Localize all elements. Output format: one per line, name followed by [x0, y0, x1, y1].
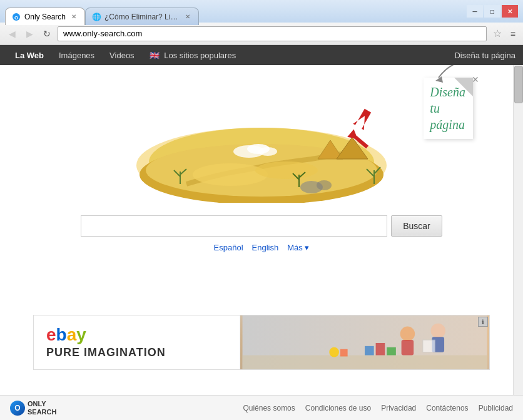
svg-rect-32 [387, 347, 396, 356]
ad-info-button[interactable]: ℹ [478, 317, 488, 327]
nav-la-web[interactable]: La Web [8, 47, 51, 64]
scrollbar-thumb[interactable] [514, 66, 523, 103]
ad-image: ℹ [240, 315, 489, 369]
forward-button[interactable]: ▶ [23, 27, 36, 41]
curved-arrow-icon [417, 65, 467, 84]
browser-menu-icon[interactable]: ≡ [508, 29, 518, 39]
language-links: Español English Más ▾ [214, 243, 310, 252]
nav-imagenes[interactable]: Imágenes [51, 47, 102, 64]
svg-rect-30 [365, 346, 374, 356]
scrollbar[interactable] [513, 65, 523, 395]
tab-close-como-eliminar[interactable]: ✕ [183, 13, 192, 21]
ad-right-section: ℹ [240, 315, 489, 369]
lang-more[interactable]: Más ▾ [287, 243, 309, 252]
main-content: Diseñatupágina ✕ Buscar Español English … [0, 65, 523, 395]
lang-english[interactable]: English [252, 243, 279, 252]
tab-label-como-eliminar: ¿Cómo Eliminar? Limpiar... [104, 13, 180, 21]
tab-favicon-como-eliminar: 🌐 [92, 13, 101, 21]
svg-point-38 [329, 347, 339, 357]
svg-point-9 [255, 161, 318, 179]
svg-point-12 [258, 147, 277, 156]
footer-quienes-somos[interactable]: Quiénes somos [243, 404, 295, 412]
footer-logo: O ONLYSEARCH [10, 400, 56, 415]
nav-disena-tu-pagina[interactable]: Diseña tu página [454, 51, 515, 60]
footer-logo-text: ONLYSEARCH [28, 400, 56, 415]
footer-links: Quiénes somos Condiciones de uso Privaci… [243, 404, 513, 412]
ad-image-svg [240, 315, 489, 369]
tab-como-eliminar[interactable]: 🌐 ¿Cómo Eliminar? Limpiar... ✕ [85, 8, 199, 25]
nav-videos[interactable]: Videos [102, 47, 142, 64]
address-bar[interactable] [58, 26, 487, 41]
back-button[interactable]: ◀ [5, 27, 19, 41]
nav-los-sitios[interactable]: 🇬🇧 Los sitios populares [142, 47, 244, 64]
tab-only-search[interactable]: O Only Search ✕ [5, 8, 85, 25]
svg-rect-37 [423, 340, 435, 352]
search-area: Buscar Español English Más ▾ [81, 215, 442, 252]
title-bar: O Only Search ✕ 🌐 ¿Cómo Eliminar? Limpia… [0, 0, 523, 23]
ad-tagline: PURE IMAGINATION [46, 346, 227, 359]
footer-privacidad[interactable]: Privacidad [381, 404, 416, 412]
svg-marker-24 [353, 108, 373, 130]
search-row: Buscar [81, 215, 442, 237]
desert-illustration [124, 78, 399, 203]
illustration-area: Diseñatupágina ✕ [0, 65, 523, 209]
svg-point-8 [193, 163, 268, 186]
uk-flag-icon: 🇬🇧 [150, 51, 160, 60]
search-input[interactable] [81, 215, 387, 237]
close-design-note-icon[interactable]: ✕ [472, 74, 479, 85]
footer-publicidad[interactable]: Publicidad [479, 404, 513, 412]
design-note-container: Diseñatupágina ✕ [424, 78, 473, 139]
browser-window: O Only Search ✕ 🌐 ¿Cómo Eliminar? Limpia… [0, 0, 523, 420]
maximize-button[interactable]: □ [484, 5, 500, 18]
tab-bar: O Only Search ✕ 🌐 ¿Cómo Eliminar? Limpia… [5, 0, 462, 23]
lang-espanol[interactable]: Español [214, 243, 243, 252]
minimize-button[interactable]: ─ [467, 5, 483, 18]
window-controls: ─ □ ✕ [467, 5, 518, 18]
svg-point-35 [431, 324, 445, 338]
tab-close-only-search[interactable]: ✕ [69, 13, 78, 21]
search-button[interactable]: Buscar [391, 215, 442, 237]
close-button[interactable]: ✕ [502, 5, 518, 18]
svg-rect-34 [402, 340, 414, 355]
desert-svg [124, 78, 399, 203]
footer: O ONLYSEARCH Quiénes somos Condiciones d… [0, 395, 523, 420]
footer-logo-icon: O [10, 401, 25, 416]
ad-ebay-logo: ebay [46, 326, 227, 344]
svg-rect-29 [243, 356, 487, 369]
svg-rect-39 [340, 349, 348, 357]
footer-contactenos[interactable]: Contáctenos [426, 404, 468, 412]
ad-banner: ebay PURE IMAGINATION [33, 315, 490, 370]
refresh-button[interactable]: ↻ [40, 27, 54, 41]
bookmark-star-icon[interactable]: ☆ [490, 28, 504, 39]
svg-rect-31 [376, 343, 385, 356]
svg-text:O: O [14, 14, 18, 20]
ad-left-section: ebay PURE IMAGINATION [34, 315, 240, 369]
footer-condiciones[interactable]: Condiciones de uso [305, 404, 371, 412]
site-nav: La Web Imágenes Videos 🇬🇧 Los sitios pop… [0, 45, 523, 65]
nav-bar: ◀ ▶ ↻ ☆ ≡ [0, 23, 523, 45]
tab-label-only-search: Only Search [24, 13, 66, 21]
tab-favicon-only-search: O [12, 13, 21, 21]
svg-point-33 [400, 327, 415, 341]
svg-point-23 [317, 180, 332, 190]
